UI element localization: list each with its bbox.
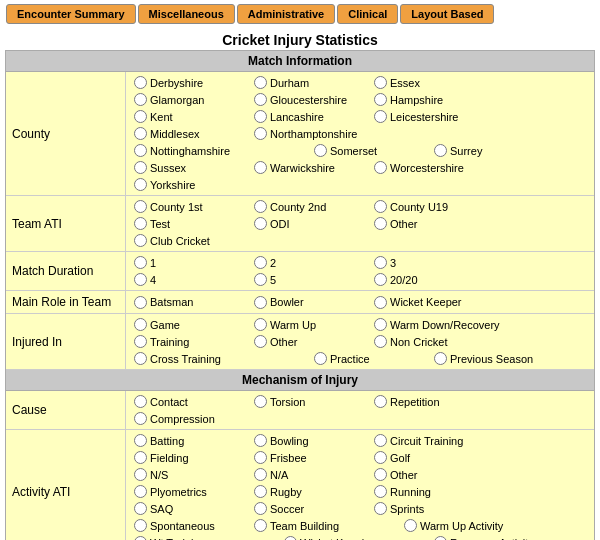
county-somerset[interactable]: Somerset: [312, 143, 432, 158]
team-odi[interactable]: ODI: [252, 216, 372, 231]
match-info-header: Match Information: [6, 51, 594, 72]
county-leicestershire[interactable]: Leicestershire: [372, 109, 492, 124]
duration-3[interactable]: 3: [372, 255, 492, 270]
county-lancashire[interactable]: Lancashire: [252, 109, 372, 124]
act-wicket-keeping[interactable]: Wicket Keeping: [282, 535, 432, 540]
act-sprints[interactable]: Sprints: [372, 501, 492, 516]
act-plyometrics[interactable]: Plyometrics: [132, 484, 252, 499]
county-hampshire[interactable]: Hampshire: [372, 92, 492, 107]
act-warm-up[interactable]: Warm Up Activity: [402, 518, 552, 533]
county-label: County: [6, 72, 126, 195]
duration-2020[interactable]: 20/20: [372, 272, 492, 287]
county-warwickshire[interactable]: Warwickshire: [252, 160, 372, 175]
team-test[interactable]: Test: [132, 216, 252, 231]
team-countyu19[interactable]: County U19: [372, 199, 492, 214]
activity-options: Batting Bowling Circuit Training Fieldin…: [126, 430, 594, 540]
activity-row: Activity ATI Batting Bowling Circuit Tra…: [6, 430, 594, 540]
county-yorkshire[interactable]: Yorkshire: [132, 177, 252, 192]
injured-warm-down[interactable]: Warm Down/Recovery: [372, 317, 552, 332]
injured-options: Game Warm Up Warm Down/Recovery Training…: [126, 314, 594, 369]
act-batting[interactable]: Batting: [132, 433, 252, 448]
cause-options: Contact Torsion Repetition Compression: [126, 391, 594, 429]
injured-game[interactable]: Game: [132, 317, 252, 332]
injured-non-cricket[interactable]: Non Cricket: [372, 334, 492, 349]
act-rugby[interactable]: Rugby: [252, 484, 372, 499]
duration-label: Match Duration: [6, 252, 126, 290]
mechanism-header: Mechanism of Injury: [6, 370, 594, 391]
act-recovery[interactable]: Recovery Activity: [432, 535, 582, 540]
county-worcestershire[interactable]: Worcestershire: [372, 160, 492, 175]
county-row: County Derbyshire Durham Essex Glamorgan…: [6, 72, 594, 196]
act-golf[interactable]: Golf: [372, 450, 492, 465]
cause-label: Cause: [6, 391, 126, 429]
team-row: Team ATI County 1st County 2nd County U1…: [6, 196, 594, 252]
act-bowling[interactable]: Bowling: [252, 433, 372, 448]
act-team-building[interactable]: Team Building: [252, 518, 402, 533]
nav-administrative[interactable]: Administrative: [237, 4, 335, 24]
injured-label: Injured In: [6, 314, 126, 369]
cause-contact[interactable]: Contact: [132, 394, 252, 409]
county-northamptonshire[interactable]: Northamptonshire: [252, 126, 432, 141]
duration-row: Match Duration 1 2 3 4 5 20/20: [6, 252, 594, 291]
act-circuit[interactable]: Circuit Training: [372, 433, 522, 448]
county-derbyshire[interactable]: Derbyshire: [132, 75, 252, 90]
county-nottinghamshire[interactable]: Nottinghamshire: [132, 143, 312, 158]
main-role-label: Main Role in Team: [6, 291, 126, 313]
county-glamorgan[interactable]: Glamorgan: [132, 92, 252, 107]
injured-previous-season[interactable]: Previous Season: [432, 351, 582, 366]
injured-other[interactable]: Other: [252, 334, 372, 349]
cause-torsion[interactable]: Torsion: [252, 394, 372, 409]
act-saq[interactable]: SAQ: [132, 501, 252, 516]
activity-label: Activity ATI: [6, 430, 126, 540]
duration-4[interactable]: 4: [132, 272, 252, 287]
role-batsman[interactable]: Batsman: [132, 294, 252, 310]
nav-layout-based[interactable]: Layout Based: [400, 4, 494, 24]
team-county2nd[interactable]: County 2nd: [252, 199, 372, 214]
act-spontaneous[interactable]: Spontaneous: [132, 518, 252, 533]
duration-2[interactable]: 2: [252, 255, 372, 270]
role-wicket-keeper[interactable]: Wicket Keeper: [372, 294, 522, 310]
county-kent[interactable]: Kent: [132, 109, 252, 124]
cause-row: Cause Contact Torsion Repetition Compres…: [6, 391, 594, 430]
cause-repetition[interactable]: Repetition: [372, 394, 492, 409]
act-fielding[interactable]: Fielding: [132, 450, 252, 465]
role-bowler[interactable]: Bowler: [252, 294, 372, 310]
act-na[interactable]: N/A: [252, 467, 372, 482]
injured-training[interactable]: Training: [132, 334, 252, 349]
injured-cross-training[interactable]: Cross Training: [132, 351, 312, 366]
main-role-row: Main Role in Team Batsman Bowler Wicket …: [6, 291, 594, 314]
county-durham[interactable]: Durham: [252, 75, 372, 90]
county-middlesex[interactable]: Middlesex: [132, 126, 252, 141]
main-role-options: Batsman Bowler Wicket Keeper: [126, 291, 594, 313]
injured-warm-up[interactable]: Warm Up: [252, 317, 372, 332]
county-surrey[interactable]: Surrey: [432, 143, 552, 158]
team-club-cricket[interactable]: Club Cricket: [132, 233, 252, 248]
top-nav: Encounter SummaryMiscellaneousAdministra…: [0, 0, 600, 28]
nav-clinical[interactable]: Clinical: [337, 4, 398, 24]
county-gloucestershire[interactable]: Gloucestershire: [252, 92, 372, 107]
act-ns[interactable]: N/S: [132, 467, 252, 482]
team-other[interactable]: Other: [372, 216, 492, 231]
act-wt-training[interactable]: Wt Training: [132, 535, 282, 540]
duration-options: 1 2 3 4 5 20/20: [126, 252, 594, 290]
county-options: Derbyshire Durham Essex Glamorgan Glouce…: [126, 72, 594, 195]
act-running[interactable]: Running: [372, 484, 492, 499]
team-label: Team ATI: [6, 196, 126, 251]
team-county1st[interactable]: County 1st: [132, 199, 252, 214]
form-container: Match Information County Derbyshire Durh…: [5, 50, 595, 540]
injured-practice[interactable]: Practice: [312, 351, 432, 366]
act-frisbee[interactable]: Frisbee: [252, 450, 372, 465]
injured-row: Injured In Game Warm Up Warm Down/Recove…: [6, 314, 594, 370]
page-title: Cricket Injury Statistics: [0, 28, 600, 50]
cause-compression[interactable]: Compression: [132, 411, 252, 426]
team-options: County 1st County 2nd County U19 Test OD…: [126, 196, 594, 251]
nav-miscellaneous[interactable]: Miscellaneous: [138, 4, 235, 24]
act-soccer[interactable]: Soccer: [252, 501, 372, 516]
duration-5[interactable]: 5: [252, 272, 372, 287]
county-essex[interactable]: Essex: [372, 75, 492, 90]
act-other[interactable]: Other: [372, 467, 492, 482]
duration-1[interactable]: 1: [132, 255, 252, 270]
county-sussex[interactable]: Sussex: [132, 160, 252, 175]
nav-encounter-summary[interactable]: Encounter Summary: [6, 4, 136, 24]
